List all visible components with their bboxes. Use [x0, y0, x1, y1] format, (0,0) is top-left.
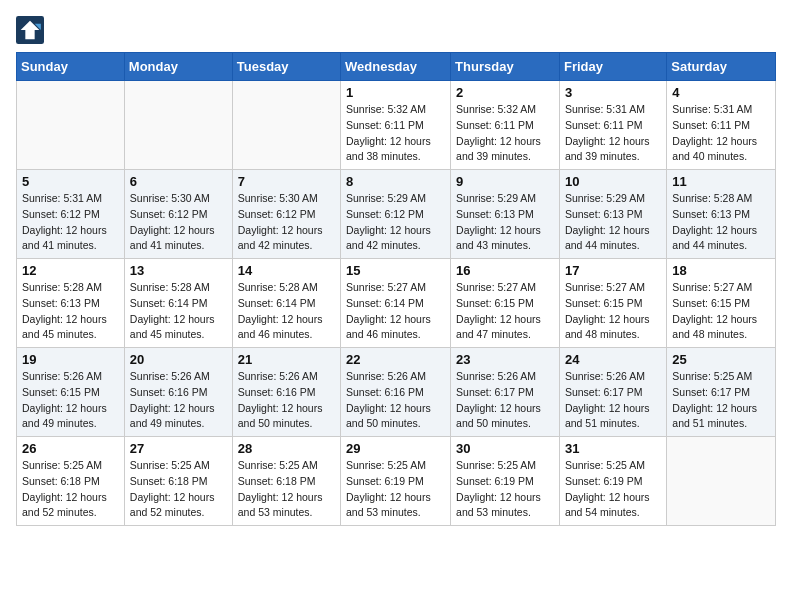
day-detail: Sunrise: 5:28 AMSunset: 6:14 PMDaylight:… — [130, 280, 227, 343]
calendar-cell: 25Sunrise: 5:25 AMSunset: 6:17 PMDayligh… — [667, 348, 776, 437]
day-number: 25 — [672, 352, 770, 367]
day-detail: Sunrise: 5:26 AMSunset: 6:15 PMDaylight:… — [22, 369, 119, 432]
day-number: 1 — [346, 85, 445, 100]
day-number: 15 — [346, 263, 445, 278]
calendar-cell: 20Sunrise: 5:26 AMSunset: 6:16 PMDayligh… — [124, 348, 232, 437]
calendar-cell: 4Sunrise: 5:31 AMSunset: 6:11 PMDaylight… — [667, 81, 776, 170]
day-detail: Sunrise: 5:30 AMSunset: 6:12 PMDaylight:… — [130, 191, 227, 254]
day-number: 16 — [456, 263, 554, 278]
day-number: 30 — [456, 441, 554, 456]
calendar-week-row: 19Sunrise: 5:26 AMSunset: 6:15 PMDayligh… — [17, 348, 776, 437]
weekday-header: Thursday — [451, 53, 560, 81]
day-number: 14 — [238, 263, 335, 278]
calendar-cell: 16Sunrise: 5:27 AMSunset: 6:15 PMDayligh… — [451, 259, 560, 348]
calendar-cell: 19Sunrise: 5:26 AMSunset: 6:15 PMDayligh… — [17, 348, 125, 437]
day-detail: Sunrise: 5:27 AMSunset: 6:15 PMDaylight:… — [672, 280, 770, 343]
day-detail: Sunrise: 5:26 AMSunset: 6:16 PMDaylight:… — [346, 369, 445, 432]
day-detail: Sunrise: 5:28 AMSunset: 6:13 PMDaylight:… — [672, 191, 770, 254]
day-number: 17 — [565, 263, 661, 278]
calendar-header: SundayMondayTuesdayWednesdayThursdayFrid… — [17, 53, 776, 81]
day-number: 26 — [22, 441, 119, 456]
day-number: 19 — [22, 352, 119, 367]
day-detail: Sunrise: 5:29 AMSunset: 6:12 PMDaylight:… — [346, 191, 445, 254]
calendar-cell: 12Sunrise: 5:28 AMSunset: 6:13 PMDayligh… — [17, 259, 125, 348]
day-detail: Sunrise: 5:28 AMSunset: 6:14 PMDaylight:… — [238, 280, 335, 343]
calendar-cell: 1Sunrise: 5:32 AMSunset: 6:11 PMDaylight… — [341, 81, 451, 170]
calendar-cell: 29Sunrise: 5:25 AMSunset: 6:19 PMDayligh… — [341, 437, 451, 526]
calendar-cell: 10Sunrise: 5:29 AMSunset: 6:13 PMDayligh… — [559, 170, 666, 259]
calendar-week-row: 1Sunrise: 5:32 AMSunset: 6:11 PMDaylight… — [17, 81, 776, 170]
calendar-cell: 2Sunrise: 5:32 AMSunset: 6:11 PMDaylight… — [451, 81, 560, 170]
day-number: 8 — [346, 174, 445, 189]
day-detail: Sunrise: 5:26 AMSunset: 6:16 PMDaylight:… — [130, 369, 227, 432]
calendar-cell — [232, 81, 340, 170]
calendar-cell: 17Sunrise: 5:27 AMSunset: 6:15 PMDayligh… — [559, 259, 666, 348]
day-detail: Sunrise: 5:28 AMSunset: 6:13 PMDaylight:… — [22, 280, 119, 343]
day-number: 4 — [672, 85, 770, 100]
weekday-header: Wednesday — [341, 53, 451, 81]
calendar-cell: 11Sunrise: 5:28 AMSunset: 6:13 PMDayligh… — [667, 170, 776, 259]
calendar-cell: 3Sunrise: 5:31 AMSunset: 6:11 PMDaylight… — [559, 81, 666, 170]
calendar-cell: 31Sunrise: 5:25 AMSunset: 6:19 PMDayligh… — [559, 437, 666, 526]
weekday-header-row: SundayMondayTuesdayWednesdayThursdayFrid… — [17, 53, 776, 81]
weekday-header: Monday — [124, 53, 232, 81]
calendar-week-row: 5Sunrise: 5:31 AMSunset: 6:12 PMDaylight… — [17, 170, 776, 259]
day-number: 31 — [565, 441, 661, 456]
weekday-header: Tuesday — [232, 53, 340, 81]
day-detail: Sunrise: 5:26 AMSunset: 6:16 PMDaylight:… — [238, 369, 335, 432]
day-number: 27 — [130, 441, 227, 456]
day-number: 10 — [565, 174, 661, 189]
day-detail: Sunrise: 5:25 AMSunset: 6:18 PMDaylight:… — [22, 458, 119, 521]
day-number: 28 — [238, 441, 335, 456]
day-number: 7 — [238, 174, 335, 189]
calendar-body: 1Sunrise: 5:32 AMSunset: 6:11 PMDaylight… — [17, 81, 776, 526]
day-number: 11 — [672, 174, 770, 189]
day-detail: Sunrise: 5:31 AMSunset: 6:11 PMDaylight:… — [672, 102, 770, 165]
calendar-cell: 26Sunrise: 5:25 AMSunset: 6:18 PMDayligh… — [17, 437, 125, 526]
calendar-cell: 6Sunrise: 5:30 AMSunset: 6:12 PMDaylight… — [124, 170, 232, 259]
calendar-cell — [667, 437, 776, 526]
day-detail: Sunrise: 5:25 AMSunset: 6:19 PMDaylight:… — [456, 458, 554, 521]
day-number: 9 — [456, 174, 554, 189]
calendar-cell: 30Sunrise: 5:25 AMSunset: 6:19 PMDayligh… — [451, 437, 560, 526]
day-detail: Sunrise: 5:27 AMSunset: 6:14 PMDaylight:… — [346, 280, 445, 343]
day-detail: Sunrise: 5:30 AMSunset: 6:12 PMDaylight:… — [238, 191, 335, 254]
day-detail: Sunrise: 5:25 AMSunset: 6:18 PMDaylight:… — [238, 458, 335, 521]
day-detail: Sunrise: 5:25 AMSunset: 6:19 PMDaylight:… — [346, 458, 445, 521]
calendar-cell: 18Sunrise: 5:27 AMSunset: 6:15 PMDayligh… — [667, 259, 776, 348]
calendar-week-row: 12Sunrise: 5:28 AMSunset: 6:13 PMDayligh… — [17, 259, 776, 348]
day-detail: Sunrise: 5:26 AMSunset: 6:17 PMDaylight:… — [456, 369, 554, 432]
page-header — [16, 16, 776, 44]
day-detail: Sunrise: 5:25 AMSunset: 6:19 PMDaylight:… — [565, 458, 661, 521]
day-number: 21 — [238, 352, 335, 367]
day-number: 3 — [565, 85, 661, 100]
day-detail: Sunrise: 5:32 AMSunset: 6:11 PMDaylight:… — [456, 102, 554, 165]
logo-icon — [16, 16, 44, 44]
calendar-cell: 13Sunrise: 5:28 AMSunset: 6:14 PMDayligh… — [124, 259, 232, 348]
calendar-table: SundayMondayTuesdayWednesdayThursdayFrid… — [16, 52, 776, 526]
weekday-header: Friday — [559, 53, 666, 81]
calendar-cell: 28Sunrise: 5:25 AMSunset: 6:18 PMDayligh… — [232, 437, 340, 526]
logo — [16, 16, 48, 44]
calendar-cell: 22Sunrise: 5:26 AMSunset: 6:16 PMDayligh… — [341, 348, 451, 437]
calendar-cell — [124, 81, 232, 170]
calendar-cell: 14Sunrise: 5:28 AMSunset: 6:14 PMDayligh… — [232, 259, 340, 348]
calendar-cell: 27Sunrise: 5:25 AMSunset: 6:18 PMDayligh… — [124, 437, 232, 526]
day-detail: Sunrise: 5:25 AMSunset: 6:18 PMDaylight:… — [130, 458, 227, 521]
day-number: 18 — [672, 263, 770, 278]
day-detail: Sunrise: 5:25 AMSunset: 6:17 PMDaylight:… — [672, 369, 770, 432]
day-number: 24 — [565, 352, 661, 367]
day-number: 22 — [346, 352, 445, 367]
calendar-cell: 5Sunrise: 5:31 AMSunset: 6:12 PMDaylight… — [17, 170, 125, 259]
day-detail: Sunrise: 5:31 AMSunset: 6:12 PMDaylight:… — [22, 191, 119, 254]
calendar-cell: 8Sunrise: 5:29 AMSunset: 6:12 PMDaylight… — [341, 170, 451, 259]
day-number: 20 — [130, 352, 227, 367]
weekday-header: Saturday — [667, 53, 776, 81]
calendar-week-row: 26Sunrise: 5:25 AMSunset: 6:18 PMDayligh… — [17, 437, 776, 526]
calendar-cell: 15Sunrise: 5:27 AMSunset: 6:14 PMDayligh… — [341, 259, 451, 348]
calendar-cell: 7Sunrise: 5:30 AMSunset: 6:12 PMDaylight… — [232, 170, 340, 259]
day-number: 2 — [456, 85, 554, 100]
day-number: 23 — [456, 352, 554, 367]
calendar-cell: 21Sunrise: 5:26 AMSunset: 6:16 PMDayligh… — [232, 348, 340, 437]
weekday-header: Sunday — [17, 53, 125, 81]
